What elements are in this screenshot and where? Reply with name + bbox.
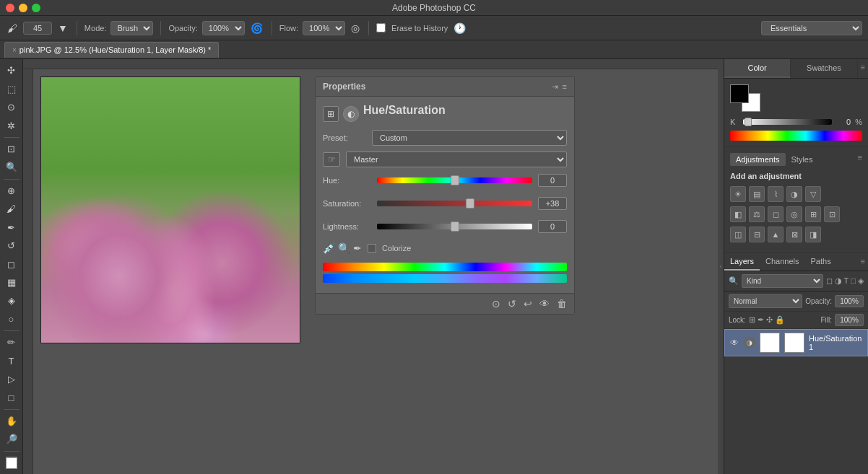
gradient-tool[interactable]: ▦: [2, 274, 21, 291]
reset-icon[interactable]: ↩: [524, 298, 532, 310]
eraser-tool[interactable]: ◻: [2, 255, 21, 272]
eyedropper-plus-icon[interactable]: 🔍: [338, 242, 350, 254]
layers-panel-menu[interactable]: ≡: [858, 253, 868, 271]
adjustment-icon-grid[interactable]: ⊞: [323, 106, 339, 122]
preset-select[interactable]: Custom: [372, 130, 567, 146]
tab-color[interactable]: Color: [724, 59, 791, 78]
lock-move-icon[interactable]: ✣: [766, 315, 773, 325]
canvas-area[interactable]: Properties ⇥ ≡ ⊞ ◐ Hue/Saturation: [33, 69, 718, 474]
color-panel-menu[interactable]: ≡: [858, 59, 868, 78]
smart-filter-icon[interactable]: ◈: [858, 276, 864, 286]
panel-collapse-handle[interactable]: ‹: [718, 59, 724, 474]
tab-paths[interactable]: Paths: [805, 253, 837, 271]
eyedropper-icon[interactable]: 💉: [323, 242, 335, 254]
tab-close-button[interactable]: ×: [12, 46, 17, 54]
selective-color-icon[interactable]: ◨: [805, 227, 821, 242]
layers-kind-select[interactable]: Kind: [742, 274, 823, 288]
opacity-select[interactable]: 100%: [202, 21, 245, 35]
workspace-select[interactable]: Essentials: [761, 21, 862, 35]
tab-layers[interactable]: Layers: [724, 253, 760, 271]
brush-tool[interactable]: 🖌: [2, 201, 21, 217]
hue-thumb[interactable]: [451, 175, 459, 185]
lock-pixels-icon[interactable]: ⊞: [749, 315, 755, 325]
vibrance-icon[interactable]: ▽: [805, 186, 821, 202]
levels-icon[interactable]: ▤: [749, 186, 765, 202]
curves-icon[interactable]: ⌇: [768, 186, 784, 202]
lasso-tool[interactable]: ⊙: [2, 99, 21, 115]
shape-tool[interactable]: □: [2, 389, 21, 405]
maximize-button[interactable]: [32, 4, 40, 12]
properties-expand-icon[interactable]: ⇥: [552, 82, 558, 92]
bw-icon[interactable]: ◻: [768, 206, 784, 222]
lightness-value[interactable]: 0: [538, 220, 567, 233]
saturation-value[interactable]: +38: [538, 197, 567, 210]
hue-value[interactable]: 0: [538, 174, 567, 187]
channel-mixer-icon[interactable]: ⊞: [805, 206, 821, 222]
clip-to-layer-icon[interactable]: ⊙: [492, 298, 500, 310]
path-tool[interactable]: ▷: [2, 371, 21, 387]
hand-tool[interactable]: ✋: [2, 413, 21, 429]
shape-filter-icon[interactable]: □: [851, 276, 856, 286]
history-brush-tool[interactable]: ↺: [2, 237, 21, 254]
lightness-thumb[interactable]: [451, 221, 459, 232]
visibility-icon[interactable]: 👁: [539, 298, 550, 310]
close-button[interactable]: [6, 4, 14, 12]
k-thumb[interactable]: [745, 118, 752, 126]
eyedropper-minus-icon[interactable]: ✒: [353, 242, 362, 254]
fill-value[interactable]: 100%: [835, 314, 864, 326]
lock-position-icon[interactable]: ✒: [758, 315, 764, 325]
zoom-tool[interactable]: 🔎: [2, 431, 21, 447]
adjustment-filter-icon[interactable]: ◑: [835, 276, 842, 286]
magic-wand-tool[interactable]: ✲: [2, 117, 21, 133]
delete-icon[interactable]: 🗑: [557, 298, 567, 310]
brush-size-input[interactable]: 45: [23, 22, 52, 35]
threshold-icon[interactable]: ▲: [768, 227, 784, 242]
hue-saturation-icon[interactable]: ◧: [730, 206, 746, 222]
previous-state-icon[interactable]: ↺: [508, 298, 516, 310]
erase-to-history-checkbox[interactable]: [376, 23, 386, 32]
saturation-thumb[interactable]: [466, 198, 474, 209]
colorize-checkbox[interactable]: [368, 244, 376, 253]
tool-icon[interactable]: 🖌: [6, 21, 19, 35]
tab-swatches[interactable]: Swatches: [791, 59, 857, 78]
marquee-tool[interactable]: ⬚: [2, 80, 21, 97]
hue-track[interactable]: [377, 177, 532, 183]
adjustments-panel-menu[interactable]: ≡: [858, 153, 862, 166]
tab-styles[interactable]: Styles: [786, 153, 819, 166]
color-lookup-icon[interactable]: ⊡: [824, 206, 840, 222]
minimize-button[interactable]: [19, 4, 27, 12]
crop-tool[interactable]: ⊡: [2, 141, 21, 157]
tab-adjustments[interactable]: Adjustments: [730, 153, 786, 166]
blur-tool[interactable]: ◈: [2, 292, 21, 309]
color-balance-icon[interactable]: ⚖: [749, 206, 765, 222]
lightness-track[interactable]: [377, 224, 532, 229]
properties-menu-icon[interactable]: ≡: [563, 82, 567, 92]
layer-item-hue-saturation[interactable]: 👁 ◑ Hue/Saturation 1: [724, 329, 868, 356]
gradient-map-icon[interactable]: ⊠: [786, 227, 802, 242]
type-tool[interactable]: T: [2, 353, 21, 369]
foreground-background-swatch[interactable]: [730, 84, 760, 112]
tab-channels[interactable]: Channels: [760, 253, 804, 271]
invert-icon[interactable]: ◫: [730, 227, 746, 242]
spot-heal-tool[interactable]: ⊕: [2, 183, 21, 199]
foreground-swatch[interactable]: [730, 84, 749, 103]
history-icon[interactable]: 🕐: [452, 21, 467, 35]
exposure-icon[interactable]: ◑: [786, 186, 802, 202]
lock-all-icon[interactable]: 🔒: [775, 315, 785, 325]
clone-tool[interactable]: ✒: [2, 219, 21, 235]
channel-select[interactable]: Master: [346, 152, 567, 167]
photo-filter-icon[interactable]: ◎: [786, 206, 802, 222]
pixel-filter-icon[interactable]: ◻: [826, 276, 833, 286]
airbrush-icon[interactable]: 🌀: [249, 21, 264, 35]
posterize-icon[interactable]: ⊟: [749, 227, 765, 242]
mode-select[interactable]: Brush: [110, 21, 153, 35]
flow-select[interactable]: 100%: [303, 21, 345, 35]
move-tool[interactable]: ✣: [2, 62, 21, 79]
adjustment-icon-circle[interactable]: ◐: [343, 106, 359, 122]
layer-visibility-toggle[interactable]: 👁: [729, 338, 739, 348]
eyedropper-tool[interactable]: 🔍: [2, 159, 21, 175]
brush-picker-icon[interactable]: ▼: [56, 21, 69, 35]
k-track[interactable]: [743, 119, 832, 125]
saturation-track[interactable]: [377, 201, 532, 206]
dodge-tool[interactable]: ○: [2, 311, 21, 328]
